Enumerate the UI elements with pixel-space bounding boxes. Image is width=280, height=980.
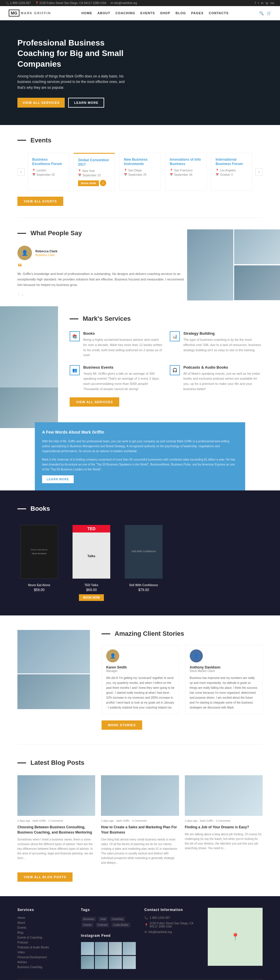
- rss-icon[interactable]: rss: [270, 2, 274, 5]
- footer-tag[interactable]: Help: [99, 917, 108, 921]
- blog-grid: 2 days ago Mark Griffin 2 Comments Choos…: [18, 775, 262, 865]
- book-buy-button[interactable]: BOOK NOW: [79, 594, 103, 601]
- about-learn-more-button[interactable]: LEARN MORE: [42, 476, 74, 483]
- book-title: TED Talks: [70, 584, 113, 587]
- footer-link[interactable]: Events: [18, 926, 72, 929]
- service-text: Strategy Building The type of business c…: [183, 331, 262, 358]
- more-stories-button[interactable]: MORE STORIES: [102, 721, 142, 730]
- nav-pages[interactable]: PAGES: [191, 11, 204, 15]
- top-bar-social: f t in ig rss: [255, 2, 275, 5]
- blog-meta: 2 days ago Mark Griffin 3 Comments: [101, 819, 179, 822]
- footer-services-col: Services Home About Events Blog Events &…: [18, 908, 72, 970]
- blog-author: Mark Griffin: [116, 819, 129, 822]
- nav-contacts[interactable]: CONTACTS: [209, 11, 229, 15]
- footer-tags-container: Business Help Coaching Events Podcast Au…: [81, 916, 136, 928]
- footer-link[interactable]: Home: [18, 916, 72, 920]
- footer-tag[interactable]: Audio Books: [111, 923, 130, 927]
- footer-link[interactable]: Personal Development: [18, 956, 72, 959]
- footer-link[interactable]: Video: [18, 951, 72, 954]
- footer-phone: 📞 1-800-1234-567: [145, 916, 199, 920]
- events-prev-arrow[interactable]: ‹: [18, 168, 25, 175]
- event-card: International Business Forum 📍Los Angele…: [211, 153, 253, 191]
- footer-link[interactable]: About: [18, 921, 72, 924]
- view-all-services-button[interactable]: VIEW ALL SERVICES: [70, 397, 119, 407]
- blog-meta: 2 days ago Mark Griffin 2 Comments: [18, 819, 95, 822]
- linkedin-icon[interactable]: in: [261, 2, 264, 5]
- blog-time: 2 days ago: [18, 819, 30, 822]
- footer-link[interactable]: Podcasts & Audio Books: [18, 946, 72, 949]
- hero-description: Among hundreds of things that Mark Griff…: [18, 74, 134, 91]
- search-icon[interactable]: 🔍: [259, 11, 264, 15]
- blog-card-title[interactable]: Finding a Job of Your Dreams is Easy?: [185, 824, 262, 830]
- footer-tag[interactable]: Podcast: [96, 923, 110, 927]
- nav-blog[interactable]: BLOG: [175, 11, 186, 15]
- service-title: Business Events: [83, 365, 162, 369]
- footer: Services Home About Events Blog Events &…: [0, 896, 280, 980]
- service-title: Books: [83, 331, 162, 336]
- nav-events[interactable]: EVENTS: [140, 11, 155, 15]
- hero-title: Professional Business Coaching for Big a…: [18, 38, 134, 69]
- ted-talks-text: Talks: [88, 554, 95, 558]
- blog-image: [18, 775, 95, 816]
- footer-tag[interactable]: Events: [81, 923, 94, 927]
- services-content: Mark's Services 📚 Books Being a highly a…: [58, 306, 280, 428]
- ted-text: TED: [88, 527, 95, 531]
- nav-home[interactable]: HOME: [81, 11, 92, 15]
- calendar-icon: 📅: [78, 174, 81, 177]
- service-desc: All of Mark's speaking events, just as w…: [183, 371, 262, 391]
- event-date: 📅September 26: [170, 173, 202, 177]
- podcasts-service-icon: 🎧: [170, 365, 180, 375]
- client-text: Business has improved and my numbers are…: [190, 676, 258, 710]
- footer-tag[interactable]: Coaching: [110, 917, 125, 921]
- event-card: New Business Instruments 📍San Diego 📅Sep…: [119, 153, 161, 191]
- blog-card-title[interactable]: How to Create a Sales and Marketing Plan…: [101, 824, 179, 835]
- events-next-arrow[interactable]: ›: [255, 168, 262, 175]
- service-item: 👥 Business Events Yearly Mr. Griffin giv…: [70, 365, 162, 391]
- footer-link[interactable]: Blog: [18, 931, 72, 934]
- services-view-all-wrapper: VIEW ALL SERVICES: [70, 397, 262, 407]
- location-icon: 📍: [124, 169, 127, 172]
- footer-link[interactable]: Events & Coaching: [18, 936, 72, 939]
- testimonial-prev[interactable]: ↑: [18, 292, 20, 297]
- learn-more-button[interactable]: LEARN MORE: [68, 98, 104, 108]
- instagram-icon[interactable]: ig: [266, 2, 268, 5]
- book-title: Never Eat Alone: [18, 584, 61, 587]
- testimonial-identity: Rebecca Clark Business Clark: [35, 250, 57, 257]
- instagram-image: [109, 956, 122, 969]
- blog-time: 2 days ago: [185, 819, 197, 822]
- footer-link[interactable]: Podcast: [18, 941, 72, 944]
- nav-about[interactable]: ABOUT: [97, 11, 110, 15]
- event-card: Innovations of Info Business 📍San Franci…: [165, 153, 207, 191]
- event-title: International Business Forum: [216, 158, 248, 167]
- footer-link[interactable]: Business Coaching: [18, 966, 72, 969]
- nav-shop[interactable]: SHOP: [160, 11, 170, 15]
- event-date: 📅September 23: [78, 174, 110, 177]
- client-name: Anthony Davidson: [190, 665, 258, 670]
- footer-grid: Services Home About Events Blog Events &…: [18, 908, 262, 970]
- event-title: Global Convention 2017: [78, 158, 110, 167]
- view-all-blog-button[interactable]: VIEW ALL BLOG POSTS: [18, 872, 73, 882]
- service-text: Podcasts & Audio Books All of Mark's spe…: [183, 365, 262, 391]
- testimonial-and-images: What People Say 👤 Rebecca Clark Business…: [0, 218, 280, 301]
- book-now-button[interactable]: BOOK NOW: [78, 180, 99, 186]
- twitter-icon[interactable]: t: [258, 2, 259, 5]
- nav-coaching[interactable]: COACHING: [116, 11, 135, 15]
- view-all-services-button[interactable]: VIEW ALL SERVICES: [18, 98, 65, 108]
- facebook-icon[interactable]: f: [255, 2, 256, 5]
- footer-link[interactable]: Articles: [18, 961, 72, 964]
- book-item: Never Eat Alone Never Eat Alone Never Ea…: [18, 523, 61, 601]
- story-image-bottom: [18, 674, 90, 709]
- instagram-image: [95, 942, 108, 955]
- blog-card-title[interactable]: Choosing Between Business Consulting, Bu…: [18, 824, 95, 835]
- hero-content: Professional Business Coaching for Big a…: [18, 38, 134, 108]
- testimonial-next[interactable]: ↓: [21, 292, 24, 297]
- testimonial-text: Mr. Griffin's knowledge and level of pro…: [18, 271, 187, 287]
- location-icon: 📍: [78, 169, 81, 172]
- instagram-image: [123, 956, 136, 969]
- instagram-image: [109, 942, 122, 955]
- view-all-events-button[interactable]: VIEW ALL EVENTS: [18, 197, 63, 206]
- blog-card: 2 days ago Mark Griffin 3 Comments Findi…: [185, 775, 262, 865]
- events-nav: ‹ Business Excellence Forum 📍London 📅Sep…: [18, 153, 262, 191]
- cart-icon[interactable]: 🛒: [267, 11, 271, 15]
- footer-tag[interactable]: Business: [81, 917, 96, 921]
